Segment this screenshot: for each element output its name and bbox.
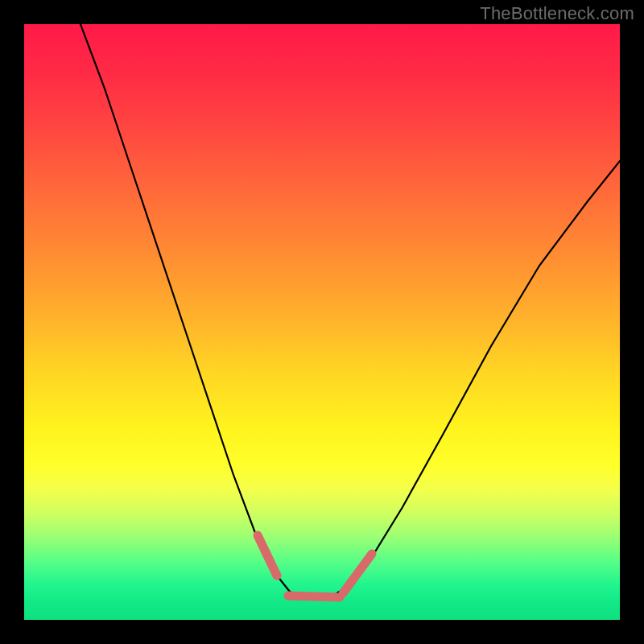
highlight-valley-floor <box>288 596 340 597</box>
highlight-left-descent <box>258 535 277 576</box>
curve-svg <box>24 24 620 620</box>
watermark-text: TheBottleneck.com <box>480 3 634 24</box>
plot-area <box>24 24 620 620</box>
chart-frame: TheBottleneck.com <box>0 0 644 644</box>
highlight-right-ascent <box>343 554 372 593</box>
bottleneck-curve-path <box>80 24 620 600</box>
